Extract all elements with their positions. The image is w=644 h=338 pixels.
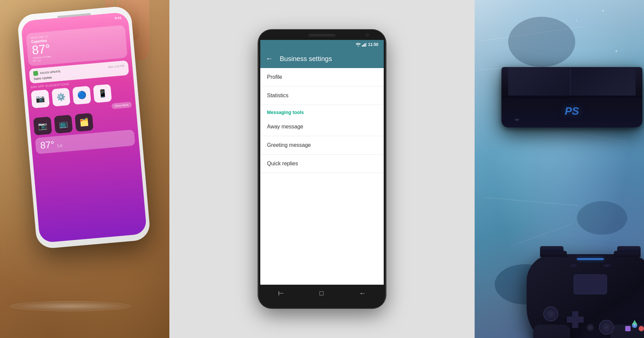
ps4-pro-console: PS bbox=[501, 67, 644, 141]
controller-dpad[interactable] bbox=[567, 311, 584, 328]
settings-item-statistics[interactable]: Statistics bbox=[260, 87, 384, 105]
weather-widget: Mon Sep 27 Cupertino 87° Chance of Rain … bbox=[26, 25, 127, 66]
wireless-charger bbox=[10, 301, 131, 311]
speck-1 bbox=[602, 10, 604, 11]
android-screen: 11:50 ← Business settings Profile Statis… bbox=[260, 40, 384, 285]
settings-section-messaging-tools: Messaging tools bbox=[260, 105, 384, 118]
settings-item-greeting-message[interactable]: Greeting message bbox=[260, 136, 384, 155]
right-panel: PS ✕ bbox=[475, 0, 644, 338]
ds4-controller: ✕ ⊲ ≡ bbox=[517, 237, 644, 338]
share-button[interactable]: ⊲ bbox=[570, 264, 577, 267]
bottom-temp: 87° Lo bbox=[40, 138, 63, 151]
speck-3 bbox=[615, 50, 617, 52]
ps4-body: PS bbox=[501, 67, 642, 127]
back-button[interactable]: ← bbox=[266, 54, 273, 63]
wifi-icon bbox=[356, 43, 361, 47]
ps4-usb-port bbox=[515, 119, 519, 121]
controller-btn-circle[interactable] bbox=[639, 326, 644, 331]
settings-item-away-message[interactable]: Away message bbox=[260, 118, 384, 136]
r2-trigger[interactable] bbox=[617, 246, 641, 252]
signal-icon bbox=[362, 43, 367, 47]
status-time: 11:50 bbox=[368, 42, 378, 47]
app-icon-tv[interactable]: 📺 bbox=[54, 115, 73, 133]
settings-item-quick-replies[interactable]: Quick replies bbox=[260, 155, 384, 173]
controller-touchpad[interactable] bbox=[574, 274, 607, 294]
dark-spot-2 bbox=[577, 201, 627, 235]
speck-2 bbox=[576, 20, 577, 21]
controller-analog-right[interactable] bbox=[599, 320, 614, 335]
show-more-btn[interactable]: Show More bbox=[111, 102, 132, 109]
android-status-bar: 11:50 bbox=[260, 40, 384, 49]
app-icon-camera[interactable]: 📷 bbox=[33, 117, 52, 135]
notification-app-icon bbox=[33, 71, 38, 76]
settings-item-profile[interactable]: Profile bbox=[260, 68, 384, 87]
svg-rect-0 bbox=[362, 45, 363, 47]
controller-body: ✕ ⊲ ≡ bbox=[527, 254, 644, 338]
android-phone: 11:50 ← Business settings Profile Statis… bbox=[258, 30, 386, 308]
notification-time: Mon 2:50 PM bbox=[108, 64, 124, 68]
bottom-bezel bbox=[258, 301, 386, 308]
ps4-top-plate-1 bbox=[508, 67, 574, 97]
speaker bbox=[309, 34, 335, 37]
l2-trigger[interactable] bbox=[540, 246, 564, 252]
controller-grip-left bbox=[533, 325, 570, 338]
controller-btn-square[interactable] bbox=[625, 326, 631, 331]
top-bezel bbox=[258, 30, 386, 40]
nav-back[interactable]: ← bbox=[359, 289, 366, 297]
left-panel: 9:41 Mon Sep 27 Cupertino 87° Chance of … bbox=[0, 0, 169, 338]
settings-list: Profile Statistics Messaging tools Away … bbox=[260, 68, 384, 285]
options-button[interactable]: ≡ bbox=[604, 264, 610, 267]
controller-lightbar bbox=[577, 258, 604, 260]
android-nav-bar: ⊢ □ ← bbox=[260, 285, 384, 301]
ps4-logo: PS bbox=[565, 105, 579, 117]
app-title: Business settings bbox=[280, 55, 332, 63]
app-icon-photos[interactable]: 📷 bbox=[31, 90, 50, 108]
ios-time: 9:41 bbox=[114, 16, 121, 20]
status-icons: 11:50 bbox=[356, 42, 378, 47]
app-icon-phone[interactable]: 📱 bbox=[93, 84, 112, 103]
nav-recent[interactable]: ⊢ bbox=[278, 289, 284, 297]
front-camera bbox=[366, 33, 369, 37]
iphone-screen: 9:41 Mon Sep 27 Cupertino 87° Chance of … bbox=[21, 12, 147, 243]
controller-analog-left[interactable] bbox=[543, 306, 558, 321]
iphone-body: 9:41 Mon Sep 27 Cupertino 87° Chance of … bbox=[17, 6, 151, 249]
ps4-disc-slot bbox=[515, 98, 569, 99]
dpad-vertical bbox=[572, 311, 578, 328]
controller-btn-triangle[interactable] bbox=[632, 320, 637, 325]
nav-home[interactable]: □ bbox=[319, 289, 323, 297]
ps4-top-plate-2 bbox=[570, 67, 636, 97]
svg-rect-2 bbox=[365, 43, 366, 47]
app-icon-blue[interactable]: 🔵 bbox=[72, 86, 91, 105]
center-panel: 11:50 ← Business settings Profile Statis… bbox=[169, 0, 475, 338]
svg-rect-1 bbox=[363, 44, 364, 47]
ps-button[interactable] bbox=[587, 324, 594, 331]
notification-app-name: SALES UPDATE bbox=[40, 70, 61, 74]
app-header: ← Business settings bbox=[260, 49, 384, 68]
app-icon-settings[interactable]: ⚙️ bbox=[52, 88, 70, 106]
app-icon-files[interactable]: 🗂️ bbox=[75, 113, 94, 132]
dark-spot-1 bbox=[508, 17, 575, 67]
svg-rect-3 bbox=[366, 43, 367, 47]
